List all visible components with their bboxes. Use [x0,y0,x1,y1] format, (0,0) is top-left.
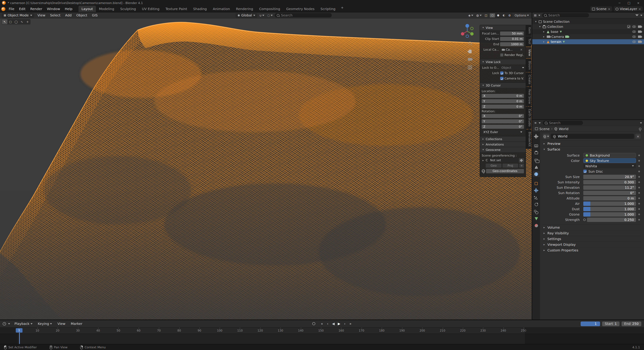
panel-ray-visibility[interactable]: ▸Ray Visibility [543,230,641,236]
jump-start-button[interactable]: « [319,322,325,326]
pin-icon[interactable] [639,128,641,130]
proj-button[interactable]: Proj [502,164,518,168]
options-dropdown[interactable]: Options [514,13,530,17]
disclosure-icon[interactable]: ▸ [542,30,546,33]
playhead-label[interactable]: 1 [16,328,22,333]
disclosure-icon[interactable]: ▸ [482,159,485,162]
panel-settings[interactable]: ▸Settings [543,236,641,241]
hide-eye-icon[interactable] [632,35,636,38]
properties-tab-scene[interactable] [533,164,540,170]
cursor-rotation-x-field[interactable]: X0° [482,114,524,118]
tool-cursor-button[interactable]: + [25,19,30,24]
unlink-view-layer-icon[interactable]: × [638,7,641,10]
maximize-button[interactable]: □ [625,1,632,4]
properties-tab-material[interactable] [533,223,540,229]
tool-tweak-button[interactable]: ↖ [2,19,8,24]
clear-icon[interactable]: × [520,48,522,52]
workspace-tab-texture-paint[interactable]: Texture Paint [162,6,190,12]
properties-editor-icon[interactable]: ≡ [534,121,536,124]
camera-view-icon[interactable] [467,57,472,62]
crs-settings-button[interactable] [519,158,524,162]
animate-dot-icon[interactable] [638,181,640,183]
cursor-panel-header[interactable]: ▾ 3D Cursor [480,83,526,88]
timeline-menu-marker[interactable]: Marker [68,321,85,326]
shading-rendered-button[interactable]: ◍ [507,13,512,17]
chevron-down-icon[interactable] [538,122,540,124]
npanel-tab-blosm[interactable]: Blosm [526,59,531,72]
proportional-editing-icon[interactable]: ◌ [266,13,274,17]
tool-select-circle-button[interactable]: ◯ [14,19,19,24]
breadcrumb-world[interactable]: World [554,127,568,131]
clip-start-field[interactable]: 0.01 m [500,37,524,41]
unlink-scene-icon[interactable]: × [608,7,610,10]
sun-size-field[interactable]: 20.9° [583,174,636,179]
surface-node-button[interactable]: Background [583,153,636,158]
next-keyframe-button[interactable]: › [342,322,348,326]
properties-tab-world[interactable] [533,171,540,177]
outliner-row-collection[interactable]: ▾Collection [532,24,644,29]
menu-window[interactable]: Window [44,6,62,11]
timeline-editor-icon[interactable] [3,322,6,325]
world-name-field[interactable]: World [551,134,634,139]
workspace-tab-uv-editing[interactable]: UV Editing [139,6,162,12]
panel-custom-properties[interactable]: ▸Custom Properties [543,247,641,253]
animate-dot-icon[interactable] [638,192,640,194]
npanel-tab-tool[interactable]: Tool [526,36,531,47]
shading-solid-button[interactable]: ● [496,13,501,17]
menu-help[interactable]: Help [62,6,75,11]
geo-button[interactable]: Geo [486,164,502,168]
workspace-tab-geometry-nodes[interactable]: Geometry Nodes [283,6,318,12]
zoom-icon[interactable] [467,40,472,46]
properties-tab-physics[interactable] [533,202,540,208]
chevron-down-icon[interactable] [8,323,10,324]
viewport-menu-object[interactable]: Object [74,13,90,18]
disable-render-icon[interactable] [638,30,641,33]
transform-orientation-dropdown[interactable]: ◉ Global [236,13,258,17]
altitude-field[interactable]: 0 m [583,196,636,200]
animate-dot-icon[interactable] [638,213,640,215]
camera-to-view-checkbox[interactable] [500,77,504,80]
browse-world-button[interactable] [543,134,550,139]
jump-end-button[interactable]: » [348,322,353,326]
properties-tab-particles[interactable] [533,194,540,200]
viewport-3d[interactable]: ▦ Object Mode ViewSelectAddObjectGIS ◉ G… [0,12,532,320]
add-crs-button[interactable]: + [519,164,524,168]
npanel-tab-earth-studio[interactable]: Earth Studio [526,107,531,129]
shading-material-preview-button[interactable]: ◐ [501,13,507,17]
workspace-tab-layout[interactable]: Layout [78,6,96,12]
snap-magnet-icon[interactable]: ∪ [258,13,265,17]
frame-end-field[interactable]: End250 [622,321,641,326]
focal-length-field[interactable]: 50 mm [500,31,524,35]
properties-tab-output[interactable] [533,150,540,156]
animate-dot-icon[interactable] [638,208,640,210]
show-gizmo-icon[interactable]: ◈ [467,13,474,17]
hide-eye-icon[interactable] [632,30,636,33]
chevron-down-icon[interactable] [538,14,540,16]
workspace-tab-animation[interactable]: Animation [210,6,233,12]
filter-icon[interactable] [635,14,639,16]
workspace-tab-sculpting[interactable]: Sculpting [117,6,139,12]
properties-tab-render[interactable] [533,143,540,149]
properties-tab-view-layer[interactable] [533,157,540,163]
properties-tab-object[interactable] [533,180,540,186]
animate-dot-icon[interactable] [638,197,640,199]
color-node-button[interactable]: Sky Texture [583,158,636,163]
outliner-editor-icon[interactable]: ▤ [534,14,536,17]
blender-menu-icon[interactable] [1,7,5,11]
menu-render[interactable]: Render [28,6,44,11]
npanel-tab-real-snow[interactable]: Real Snow [526,87,531,106]
frame-start-field[interactable]: Start1 [602,321,620,326]
disclosure-icon[interactable]: ▸ [542,35,546,38]
animate-dot-icon[interactable] [638,165,640,167]
move-view-hand-icon[interactable] [467,49,472,54]
panel-volume[interactable]: ▸Volume [543,224,641,230]
geo-coordinates-button[interactable]: Geo-coordinates [486,169,524,173]
cursor-location-y-field[interactable]: Y0 m [482,99,524,103]
show-overlays-icon[interactable]: ◍ [475,13,483,17]
play-button[interactable]: ▶ [336,322,342,326]
hide-eye-icon[interactable] [632,25,636,28]
animate-dot-icon[interactable] [638,170,640,172]
close-button[interactable]: × [634,1,642,4]
sky-type-dropdown[interactable]: Nishita [583,164,636,168]
outliner-row-base[interactable]: ▸base [532,29,644,34]
